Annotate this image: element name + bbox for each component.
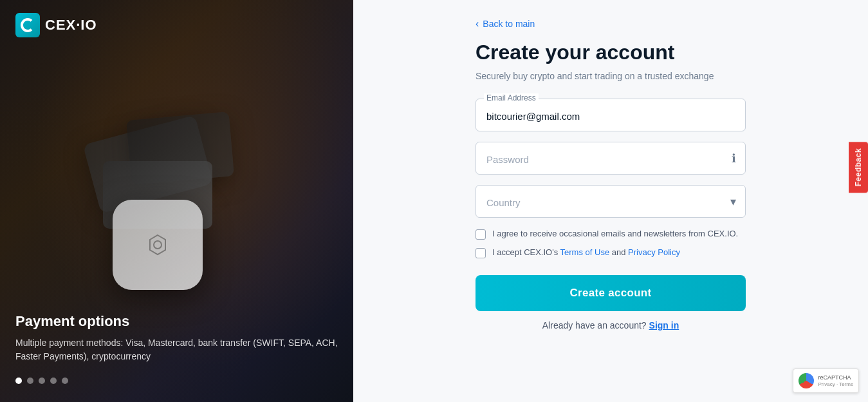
back-link[interactable]: ‹ Back to main (476, 18, 746, 30)
signin-prefix: Already have an account? (542, 320, 647, 330)
dot-2[interactable] (27, 378, 33, 384)
recaptcha-logo (799, 373, 814, 388)
dot-5[interactable] (62, 378, 68, 384)
email-label: Email Address (484, 93, 539, 102)
terms-checkbox[interactable] (476, 248, 486, 258)
form-container: ‹ Back to main Create your account Secur… (476, 18, 746, 330)
recaptcha-terms-link[interactable]: Terms (839, 381, 853, 387)
terms-prefix: I accept CEX.IO's (492, 247, 560, 257)
country-field-group: Country United States United Kingdom Ger… (476, 185, 746, 218)
payment-title: Payment options (15, 313, 338, 330)
newsletter-label: I agree to receive occasional emails and… (492, 228, 738, 240)
signin-link[interactable]: Sign in (649, 320, 679, 330)
terms-and: and (609, 247, 628, 257)
terms-of-use-link[interactable]: Terms of Use (560, 247, 610, 257)
newsletter-checkbox[interactable] (476, 229, 486, 240)
recaptcha-text: reCAPTCHA Privacy · Terms (818, 374, 853, 388)
page-subtitle: Securely buy crypto and start trading on… (476, 70, 746, 83)
terms-checkbox-row: I accept CEX.IO's Terms of Use and Priva… (476, 247, 746, 258)
recaptcha-badge: reCAPTCHA Privacy · Terms (793, 368, 859, 393)
signin-row: Already have an account? Sign in (476, 320, 746, 330)
recaptcha-privacy-link[interactable]: Privacy (818, 381, 835, 387)
newsletter-checkbox-row: I agree to receive occasional emails and… (476, 228, 746, 240)
left-panel: CEX·IO Payment options Multiple payment … (0, 0, 353, 402)
email-input[interactable] (476, 99, 745, 131)
back-arrow-icon: ‹ (476, 18, 479, 30)
logo: CEX·IO (15, 13, 97, 37)
logo-icon (15, 13, 40, 37)
svg-point-0 (154, 241, 162, 249)
password-field-group: ℹ (476, 142, 746, 175)
recaptcha-links: Privacy · Terms (818, 381, 853, 387)
recaptcha-label: reCAPTCHA (818, 374, 853, 382)
page-title: Create your account (476, 40, 746, 64)
info-icon[interactable]: ℹ (732, 151, 736, 166)
left-content: Payment options Multiple payment methods… (15, 313, 338, 363)
privacy-policy-link[interactable]: Privacy Policy (628, 247, 680, 257)
logo-text: CEX·IO (45, 17, 97, 34)
right-panel: ‹ Back to main Create your account Secur… (353, 0, 868, 402)
country-select[interactable]: Country United States United Kingdom Ger… (476, 186, 745, 217)
dot-4[interactable] (50, 378, 57, 384)
password-input[interactable] (476, 142, 745, 174)
create-account-button[interactable]: Create account (476, 275, 746, 311)
email-field-group: Email Address (476, 99, 746, 131)
dot-1[interactable] (15, 378, 22, 384)
dot-3[interactable] (39, 378, 45, 384)
back-link-label: Back to main (483, 19, 535, 29)
feedback-tab[interactable]: Feedback (849, 142, 868, 193)
terms-label: I accept CEX.IO's Terms of Use and Priva… (492, 247, 680, 258)
payment-description: Multiple payment methods: Visa, Masterca… (15, 336, 338, 363)
carousel-dots (15, 378, 68, 384)
